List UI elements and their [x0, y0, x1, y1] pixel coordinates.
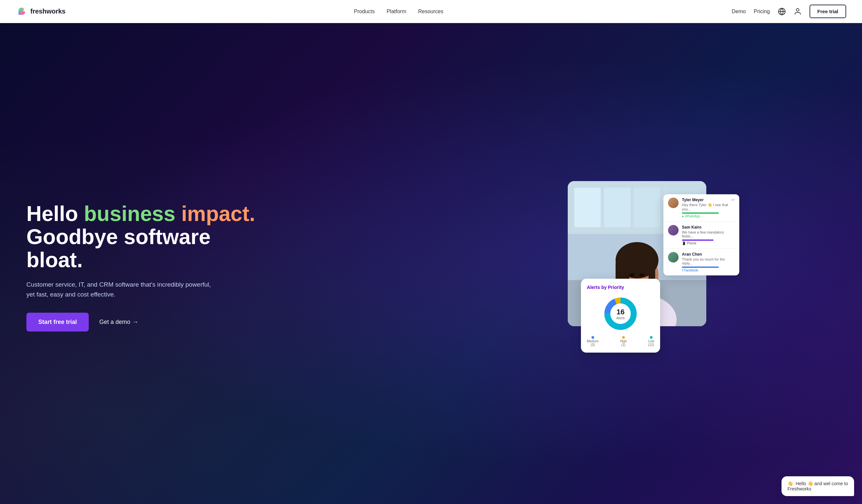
reply-icon: ↩ [731, 198, 735, 202]
hero-heading-line2: Goodbye software [26, 225, 210, 249]
nav-platform[interactable]: Platform [387, 9, 406, 14]
hero-heading: Hello business impact. Goodbye software … [26, 202, 471, 272]
tyler-bar [682, 212, 719, 214]
chat-widget[interactable]: 👋 Hello 👋 and wel come to Freshworks [782, 476, 854, 496]
logo[interactable]: freshworks [16, 5, 66, 17]
hero-image-area: Tyler Meyer Hey there Tyler 👋 I see that… [568, 181, 739, 353]
high-label: High [620, 340, 627, 343]
hero-heading-impact: impact. [181, 202, 255, 226]
hero-actions: Start free trial Get a demo → [26, 313, 471, 331]
tyler-chat-text: Tyler Meyer Hey there Tyler 👋 I see that… [682, 198, 728, 218]
low-sublabel: (12) [648, 343, 654, 347]
globe-icon[interactable] [778, 8, 786, 15]
donut-center: 16 Alerts [616, 308, 625, 320]
nav-demo[interactable]: Demo [732, 9, 746, 14]
sam-message: We have a few mandatory fields... [682, 230, 735, 238]
alerts-card: Alerts by Priority [581, 279, 660, 353]
donut-legend: Medium (3) High (1) Low (12) [587, 336, 654, 347]
navbar: freshworks Products Platform Resources D… [0, 0, 862, 23]
tyler-avatar [668, 198, 679, 208]
user-icon[interactable] [794, 8, 802, 15]
sam-chat-text: Sam Kairo We have a few mandatory fields… [682, 225, 735, 245]
free-trial-button[interactable]: Free trial [810, 5, 846, 18]
aran-bar [682, 266, 719, 268]
medium-legend: Medium (3) [587, 336, 599, 347]
get-demo-arrow: → [132, 319, 138, 326]
freshworks-logo-icon [16, 5, 28, 17]
svg-rect-8 [604, 188, 630, 227]
brand-name: freshworks [30, 8, 66, 15]
chat-item-2: Aran Chen Thank you so much for the repl… [663, 249, 739, 275]
tyler-channel: ● WhatsApp [682, 214, 728, 218]
chat-card: Tyler Meyer Hey there Tyler 👋 I see that… [663, 194, 739, 275]
aran-message: Thank you so much for the reply... [682, 257, 735, 265]
hero-left: Hello business impact. Goodbye software … [26, 202, 471, 332]
medium-sublabel: (3) [587, 343, 599, 347]
aran-channel: f Facebook [682, 268, 735, 272]
get-demo-link[interactable]: Get a demo → [99, 319, 138, 326]
sam-avatar [668, 225, 679, 236]
sam-channel: 📱 Phone [682, 241, 735, 245]
hero-subtext: Customer service, IT, and CRM software t… [26, 280, 218, 300]
svg-point-1 [22, 8, 24, 10]
high-legend: High (1) [620, 336, 627, 347]
alerts-count: 16 [616, 308, 625, 316]
low-label: Low [648, 340, 654, 343]
donut-chart: 16 Alerts [601, 294, 640, 333]
svg-rect-9 [634, 188, 660, 227]
hero-right: Tyler Meyer Hey there Tyler 👋 I see that… [471, 181, 836, 353]
get-demo-text: Get a demo [99, 319, 130, 326]
low-dot [650, 336, 653, 339]
svg-point-22 [639, 274, 644, 277]
hero-heading-business: business [84, 202, 175, 226]
alerts-title: Alerts by Priority [587, 285, 654, 290]
start-trial-button[interactable]: Start free trial [26, 313, 89, 331]
svg-point-21 [629, 274, 635, 277]
medium-label: Medium [587, 340, 599, 343]
low-legend: Low (12) [648, 336, 654, 347]
tyler-name: Tyler Meyer [682, 198, 728, 202]
hero-heading-line3: bloat. [26, 248, 83, 272]
svg-point-4 [796, 9, 799, 11]
alerts-label: Alerts [616, 316, 625, 320]
high-dot [622, 336, 625, 339]
chat-widget-emoji: 👋 [787, 481, 793, 486]
sam-name: Sam Kairo [682, 225, 735, 229]
chat-item-1: Sam Kairo We have a few mandatory fields… [663, 222, 739, 249]
aran-chat-text: Aran Chen Thank you so much for the repl… [682, 252, 735, 272]
high-sublabel: (1) [620, 343, 627, 347]
aran-name: Aran Chen [682, 252, 735, 257]
nav-resources[interactable]: Resources [418, 9, 443, 14]
nav-right: Demo Pricing Free trial [732, 5, 846, 18]
nav-links: Products Platform Resources [354, 9, 443, 14]
hero-heading-prefix: Hello [26, 202, 84, 226]
hero-section: Hello business impact. Goodbye software … [0, 23, 862, 504]
aran-avatar [668, 252, 679, 263]
svg-rect-7 [574, 188, 601, 227]
sam-bar [682, 239, 714, 241]
chat-item-0: Tyler Meyer Hey there Tyler 👋 I see that… [663, 194, 739, 222]
tyler-message: Hey there Tyler 👋 I see that you... [682, 203, 728, 211]
chat-widget-text: Hello 👋 and wel come to Freshworks [787, 481, 848, 491]
medium-dot [591, 336, 594, 339]
nav-products[interactable]: Products [354, 9, 375, 14]
nav-pricing[interactable]: Pricing [754, 9, 770, 14]
